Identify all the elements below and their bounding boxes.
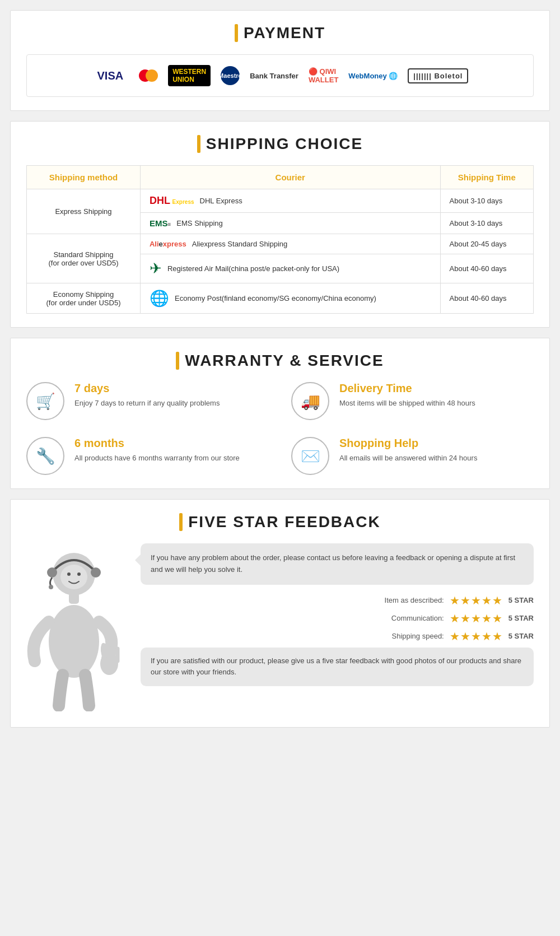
feedback-title: FIVE STAR FEEDBACK xyxy=(26,513,534,531)
warranty-content-7days: 7 days Enjoy 7 days to return if any qua… xyxy=(74,382,220,409)
payment-section: PAYMENT VISA WESTERNUNION Maestro Bank T… xyxy=(10,10,550,111)
chinapost-name: Registered Air Mail(china post/e packet-… xyxy=(167,264,339,273)
rating-row-communication: Communication: ★★★★★ 5 STAR xyxy=(141,612,534,625)
time-dhl: About 3-10 days xyxy=(440,189,533,213)
rating-label-shipping: Shipping speed: xyxy=(391,632,444,640)
warranty-text-shopping: All emails will be answered within 24 ho… xyxy=(339,453,477,464)
tools-icon: 🔧 xyxy=(26,437,64,475)
method-economy: Economy Shipping(for order under USD5) xyxy=(27,283,141,314)
feedback-figure xyxy=(26,543,127,714)
bank-transfer-logo: Bank Transfer xyxy=(250,72,298,80)
time-chinapost: About 40-60 days xyxy=(440,254,533,283)
warranty-content-6months: 6 months All products have 6 months warr… xyxy=(74,437,240,464)
svg-rect-8 xyxy=(69,593,79,604)
mastercard-logo xyxy=(139,69,158,82)
economy-name: Economy Post(finland economy/SG economy/… xyxy=(175,294,376,302)
courier-chinapost: ✈ Registered Air Mail(china post/e packe… xyxy=(140,254,440,283)
feedback-outro-bubble: If you are satisfied with our product, p… xyxy=(141,648,534,687)
courier-ems: EMS≡ EMS Shipping xyxy=(140,213,440,234)
webmoney-logo: WebMoney 🌐 xyxy=(348,72,398,80)
western-union-logo: WESTERNUNION xyxy=(168,65,211,86)
warranty-title-delivery: Delivery Time xyxy=(339,382,475,395)
title-bar-icon xyxy=(176,352,179,370)
svg-point-1 xyxy=(47,567,57,578)
warranty-title-shopping: Shopping Help xyxy=(339,437,477,450)
dhl-logo-icon: DHL Express xyxy=(150,195,194,207)
warranty-text-6months: All products have 6 months warranty from… xyxy=(74,453,240,464)
rating-stars-communication: ★★★★★ xyxy=(450,612,503,625)
rating-row-described: Item as described: ★★★★★ 5 STAR xyxy=(141,594,534,607)
payment-title-text: PAYMENT xyxy=(244,24,325,42)
person-svg xyxy=(26,543,122,711)
method-standard: Standard Shipping(for order over USD5) xyxy=(27,234,141,283)
courier-aliexpress: Aliexpress Aliexpress Standard Shipping xyxy=(140,234,440,254)
title-bar-icon xyxy=(235,24,238,42)
warranty-section: WARRANTY & SERVICE 🛒 7 days Enjoy 7 days… xyxy=(10,338,550,489)
svg-point-2 xyxy=(91,567,101,578)
col-method: Shipping method xyxy=(27,166,141,189)
warranty-item-delivery: 🚚 Delivery Time Most items will be shipp… xyxy=(291,382,534,420)
maestro-logo: Maestro xyxy=(221,66,240,85)
warranty-content-delivery: Delivery Time Most items will be shipped… xyxy=(339,382,475,409)
feedback-outro-text: If you are satisfied with our product, p… xyxy=(151,656,521,677)
time-ems: About 3-10 days xyxy=(440,213,533,234)
warranty-grid: 🛒 7 days Enjoy 7 days to return if any q… xyxy=(26,382,534,475)
warranty-content-shopping: Shopping Help All emails will be answere… xyxy=(339,437,477,464)
payment-title: PAYMENT xyxy=(26,24,534,42)
table-row: Express Shipping DHL Express DHL Express… xyxy=(27,189,534,213)
truck-icon: 🚚 xyxy=(291,382,329,420)
svg-point-3 xyxy=(49,585,53,589)
method-express: Express Shipping xyxy=(27,189,141,234)
feedback-intro-text: If you have any problem about the order,… xyxy=(151,553,515,574)
rating-value-shipping: 5 STAR xyxy=(508,632,534,640)
warranty-text-7days: Enjoy 7 days to return if any quality pr… xyxy=(74,398,220,409)
rating-value-communication: 5 STAR xyxy=(508,614,534,622)
shipping-title-text: SHIPPING CHOICE xyxy=(206,135,363,153)
table-row: Standard Shipping(for order over USD5) A… xyxy=(27,234,534,254)
shipping-title: SHIPPING CHOICE xyxy=(26,135,534,153)
rating-row-shipping: Shipping speed: ★★★★★ 5 STAR xyxy=(141,630,534,643)
col-courier: Courier xyxy=(140,166,440,189)
qiwi-logo: 🔴 QIWIWALLET xyxy=(309,67,338,84)
svg-point-6 xyxy=(77,572,81,576)
aliexpress-logo-icon: Aliexpress xyxy=(150,240,186,248)
ems-logo-icon: EMS≡ xyxy=(150,218,171,228)
svg-point-4 xyxy=(60,565,87,589)
visa-logo: VISA xyxy=(92,67,129,85)
col-time: Shipping Time xyxy=(440,166,533,189)
warranty-title-text: WARRANTY & SERVICE xyxy=(185,352,384,370)
feedback-right-content: If you have any problem about the order,… xyxy=(141,543,534,686)
feedback-section: FIVE STAR FEEDBACK xyxy=(10,499,550,728)
time-aliexpress: About 20-45 days xyxy=(440,234,533,254)
feedback-title-text: FIVE STAR FEEDBACK xyxy=(188,513,381,531)
warranty-item-shopping: ✉️ Shopping Help All emails will be answ… xyxy=(291,437,534,475)
ems-name: EMS Shipping xyxy=(176,219,222,227)
mc-orange-circle xyxy=(146,69,158,82)
shipping-table: Shipping method Courier Shipping Time Ex… xyxy=(26,165,534,314)
ratings-container: Item as described: ★★★★★ 5 STAR Communic… xyxy=(141,594,534,643)
shipping-section: SHIPPING CHOICE Shipping method Courier … xyxy=(10,121,550,328)
warranty-item-6months: 🔧 6 months All products have 6 months wa… xyxy=(26,437,269,475)
mail-icon: ✉️ xyxy=(291,437,329,475)
warranty-title-7days: 7 days xyxy=(74,382,220,395)
courier-economy: 🌐 Economy Post(finland economy/SG econom… xyxy=(140,283,440,314)
cart-icon: 🛒 xyxy=(26,382,64,420)
svg-point-7 xyxy=(49,605,99,678)
time-economy: About 40-60 days xyxy=(440,283,533,314)
rating-stars-described: ★★★★★ xyxy=(450,594,503,607)
dhl-name: DHL Express xyxy=(200,197,242,205)
aliexpress-name: Aliexpress Standard Shipping xyxy=(192,240,288,248)
payment-logos-container: VISA WESTERNUNION Maestro Bank Transfer … xyxy=(26,54,534,97)
boleto-logo: ||||||| Boletol xyxy=(408,68,468,83)
rating-label-described: Item as described: xyxy=(385,596,444,604)
warranty-text-delivery: Most items will be shipped within 48 hou… xyxy=(339,398,475,409)
chinapost-logo-icon: ✈ xyxy=(150,260,162,277)
un-logo-icon: 🌐 xyxy=(150,289,169,308)
rating-stars-shipping: ★★★★★ xyxy=(450,630,503,643)
courier-dhl: DHL Express DHL Express xyxy=(140,189,440,213)
warranty-title-6months: 6 months xyxy=(74,437,240,450)
feedback-intro-bubble: If you have any problem about the order,… xyxy=(141,543,534,585)
rating-label-communication: Communication: xyxy=(391,614,444,622)
table-row: Economy Shipping(for order under USD5) 🌐… xyxy=(27,283,534,314)
warranty-item-7days: 🛒 7 days Enjoy 7 days to return if any q… xyxy=(26,382,269,420)
